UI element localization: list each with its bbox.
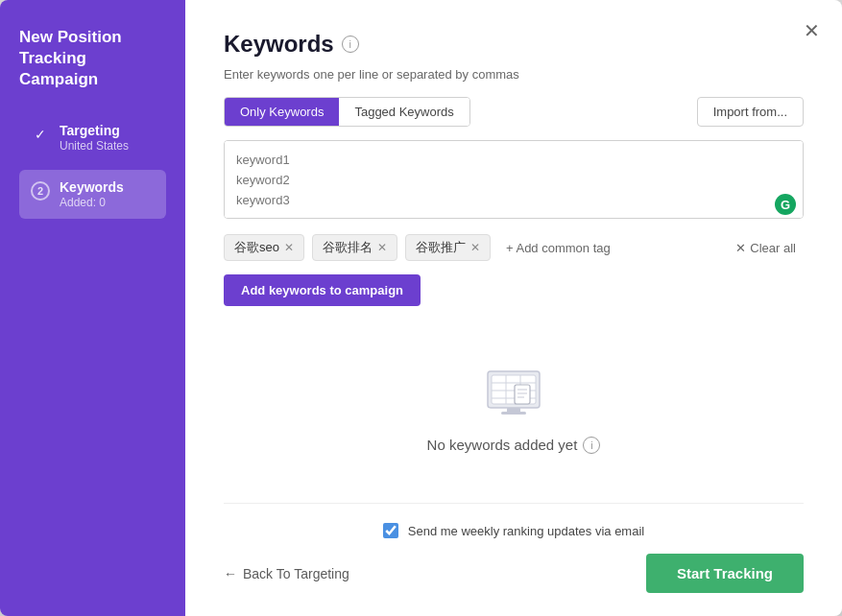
back-btn-label: Back To Targeting (243, 566, 349, 581)
step-label-targeting: Targeting (60, 123, 129, 138)
tabs-container: Only Keywords Tagged Keywords (224, 97, 470, 127)
tag-2: 谷歌推广 ✕ (405, 234, 491, 261)
tag-close-2[interactable]: ✕ (470, 242, 480, 253)
sidebar-title: New Position Tracking Campaign (19, 27, 166, 90)
step-sublabel-keywords: Added: 0 (60, 196, 124, 209)
textarea-wrapper: G (224, 140, 804, 223)
tabs-row: Only Keywords Tagged Keywords Import fro… (224, 97, 804, 127)
svg-rect-9 (515, 385, 530, 404)
step-info-targeting: Targeting United States (60, 123, 129, 153)
tag-label-2: 谷歌推广 (416, 239, 466, 256)
empty-info-icon[interactable]: i (583, 437, 600, 454)
tab-only-keywords[interactable]: Only Keywords (225, 98, 339, 126)
step-sublabel-targeting: United States (60, 139, 129, 153)
empty-text: No keywords added yet i (427, 437, 601, 454)
sidebar-step-targeting[interactable]: ✓ Targeting United States (19, 113, 166, 162)
close-button[interactable]: ✕ (796, 15, 827, 46)
step-number-keywords: 2 (31, 181, 50, 201)
footer-actions: ← Back To Targeting Start Tracking (224, 554, 804, 593)
sidebar: New Position Tracking Campaign ✓ Targeti… (0, 0, 185, 616)
main-content: ✕ Keywords i Enter keywords one per line… (185, 0, 842, 616)
back-to-targeting-button[interactable]: ← Back To Targeting (224, 566, 349, 581)
clear-all-button[interactable]: ✕ Clear all (728, 237, 804, 259)
svg-rect-8 (501, 412, 526, 415)
tag-1: 谷歌排名 ✕ (312, 234, 397, 261)
page-title: Keywords (224, 31, 334, 58)
step-info-keywords: Keywords Added: 0 (60, 179, 124, 209)
subtitle: Enter keywords one per line or separated… (224, 67, 804, 82)
sidebar-steps: ✓ Targeting United States 2 Keywords Add… (19, 113, 166, 219)
sidebar-step-keywords[interactable]: 2 Keywords Added: 0 (19, 170, 166, 219)
email-checkbox-row: Send me weekly ranking updates via email (224, 523, 804, 538)
tag-close-0[interactable]: ✕ (284, 242, 294, 253)
tag-label-0: 谷歌seo (234, 239, 279, 256)
back-arrow-icon: ← (224, 566, 237, 581)
grammarly-icon: G (775, 194, 796, 215)
empty-illustration (480, 360, 547, 427)
tags-row: 谷歌seo ✕ 谷歌排名 ✕ 谷歌推广 ✕ + Add common tag ✕… (224, 234, 804, 261)
empty-state: No keywords added yet i (224, 329, 804, 484)
page-header: Keywords i (224, 31, 804, 58)
add-keywords-button[interactable]: Add keywords to campaign (224, 274, 421, 306)
tag-label-1: 谷歌排名 (323, 239, 373, 256)
step-label-keywords: Keywords (60, 179, 124, 195)
keywords-textarea[interactable] (224, 140, 804, 219)
tag-0: 谷歌seo ✕ (224, 234, 304, 261)
empty-state-label: No keywords added yet (427, 437, 578, 453)
check-icon: ✓ (31, 125, 50, 144)
import-button[interactable]: Import from... (697, 97, 804, 127)
email-checkbox[interactable] (383, 523, 398, 538)
footer: Send me weekly ranking updates via email… (224, 503, 804, 593)
info-icon[interactable]: i (342, 36, 359, 53)
tab-tagged-keywords[interactable]: Tagged Keywords (339, 98, 469, 126)
tag-close-1[interactable]: ✕ (377, 242, 387, 253)
clear-all-label: Clear all (750, 241, 796, 255)
add-common-tag-button[interactable]: + Add common tag (498, 237, 618, 259)
email-checkbox-label: Send me weekly ranking updates via email (408, 524, 644, 538)
clear-all-x-icon: ✕ (735, 241, 746, 255)
start-tracking-button[interactable]: Start Tracking (646, 554, 804, 593)
